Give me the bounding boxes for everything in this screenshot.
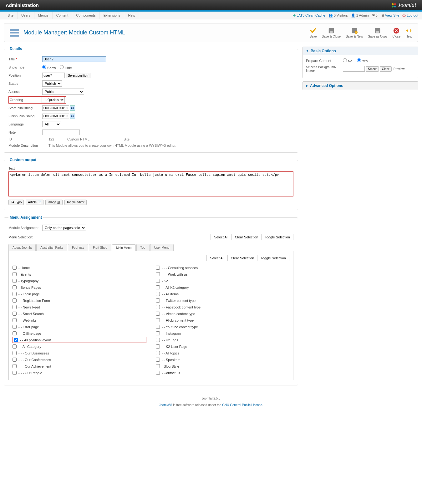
image-button[interactable]: Image 🖼 [45, 200, 63, 205]
menu-item-checkbox[interactable] [13, 279, 17, 283]
menu-item-checkbox[interactable] [14, 338, 18, 342]
menu-item-checkbox[interactable] [156, 305, 160, 309]
menu-item-checkbox[interactable] [156, 272, 160, 276]
tab-clear-selection-button[interactable]: Clear Selection [227, 255, 258, 261]
tab-select-all-button[interactable]: Select All [206, 255, 227, 261]
menu-item-checkbox[interactable] [156, 298, 160, 303]
menu-item-checkbox[interactable] [13, 285, 17, 289]
menu-item-checkbox[interactable] [156, 279, 160, 283]
tab-user-menu[interactable]: User Menu [150, 244, 174, 251]
menu-item-checkbox[interactable] [13, 298, 17, 303]
menu-item-checkbox[interactable] [13, 344, 17, 349]
advanced-options-header[interactable]: ▶Advanced Options [303, 82, 418, 90]
note-input[interactable] [42, 130, 80, 135]
menu-assignment-fieldset: Menu Assignment Module AssignmentOnly on… [4, 215, 298, 385]
ordering-select[interactable]: 1. Quick contact [42, 97, 65, 103]
tab-foot-nav[interactable]: Foot nav [68, 244, 88, 251]
menu-item-checkbox[interactable] [156, 292, 160, 296]
finish-publishing-input[interactable] [42, 114, 69, 119]
bg-select-button[interactable]: Select [366, 66, 379, 72]
menu-item-checkbox[interactable] [156, 371, 160, 375]
calendar-icon[interactable]: 23 [70, 114, 75, 119]
access-select[interactable]: Public [42, 89, 84, 95]
tab-toggle-selection-button[interactable]: Toggle Selection [257, 255, 289, 261]
language-select[interactable]: All [42, 121, 61, 127]
menu-item-checkbox[interactable] [156, 358, 160, 362]
clean-cache-link[interactable]: JAT3 Clean Cache [297, 13, 325, 17]
prepare-yes-radio[interactable]: Yes [357, 58, 368, 63]
menu-components[interactable]: Components [72, 12, 99, 19]
menu-item-checkbox[interactable] [13, 325, 17, 329]
bg-image-input[interactable] [343, 66, 365, 72]
menu-help[interactable]: Help [124, 12, 139, 19]
close-button[interactable]: Close [392, 27, 400, 38]
menu-item-checkbox[interactable] [156, 266, 160, 270]
toggle-editor-button[interactable]: Toggle editor [64, 200, 87, 205]
menu-item-checkbox[interactable] [13, 266, 17, 270]
select-position-button[interactable]: Select position [66, 73, 90, 78]
bg-clear-button[interactable]: Clear [380, 66, 392, 72]
save-copy-button[interactable]: Save as Copy [368, 27, 387, 38]
start-publishing-input[interactable] [42, 105, 69, 111]
menu-item: - - All items [156, 291, 290, 297]
clear-selection-button[interactable]: Clear Selection [231, 234, 262, 240]
menu-item-checkbox[interactable] [13, 351, 17, 355]
show-radio[interactable]: Show [42, 65, 56, 70]
calendar-icon[interactable]: 23 [70, 105, 75, 111]
menu-extensions[interactable]: Extensions [100, 12, 125, 19]
tab-fruit-shop[interactable]: Fruit Shop [89, 244, 111, 251]
menu-content[interactable]: Content [53, 12, 73, 19]
logout-link[interactable]: Log out [407, 13, 418, 17]
tab-about-joomla[interactable]: About Joomla [8, 244, 36, 251]
tab-main-menu[interactable]: Main Menu [112, 244, 135, 251]
menu-item-checkbox[interactable] [13, 331, 17, 335]
menu-users[interactable]: Users [18, 12, 34, 19]
menu-item-checkbox[interactable] [13, 358, 17, 362]
article-button[interactable]: Article 📄 [26, 200, 43, 205]
select-all-button[interactable]: Select All [211, 234, 231, 240]
menu-item-checkbox[interactable] [13, 312, 17, 316]
menu-item-checkbox[interactable] [13, 318, 17, 322]
toggle-selection-button[interactable]: Toggle Selection [261, 234, 293, 240]
menu-item-checkbox[interactable] [13, 272, 17, 276]
view-site-link[interactable]: View Site [385, 13, 399, 17]
module-assignment-select[interactable]: Only on the pages selected [42, 225, 86, 231]
menu-item-checkbox[interactable] [13, 364, 17, 368]
tab-australian-parks[interactable]: Australian Parks [36, 244, 67, 251]
custom-html-textarea[interactable] [8, 171, 293, 196]
status-select[interactable]: Published [42, 80, 62, 87]
menu-item-checkbox[interactable] [156, 338, 160, 342]
menu-item-checkbox[interactable] [156, 312, 160, 316]
menu-item-checkbox[interactable] [156, 331, 160, 335]
menu-item-checkbox[interactable] [13, 371, 17, 375]
menu-item-checkbox[interactable] [156, 325, 160, 329]
menu-item-checkbox[interactable] [156, 344, 160, 349]
menu-item-checkbox[interactable] [156, 318, 160, 322]
menu-item-checkbox[interactable] [156, 351, 160, 355]
bg-preview-link[interactable]: Preview [394, 67, 405, 71]
title-bar: Module Manager: Module Custom HTML Save … [4, 23, 418, 42]
menu-item-checkbox[interactable] [13, 292, 17, 296]
basic-options-header[interactable]: ▼Basic Options [303, 47, 418, 55]
license-link[interactable]: GNU General Public License. [222, 403, 263, 407]
title-input[interactable] [42, 56, 106, 62]
prepare-no-radio[interactable]: No [343, 58, 352, 63]
hide-radio[interactable]: Hide [60, 65, 72, 70]
menu-item-checkbox[interactable] [156, 364, 160, 368]
joomla-link[interactable]: Joomla!® [159, 403, 172, 407]
ja-typo-button[interactable]: JA Typo [8, 200, 24, 205]
menu-site[interactable]: Site [4, 12, 18, 19]
save-new-button[interactable]: + Save & New [346, 27, 363, 38]
save-close-button[interactable]: Save & Close [322, 27, 341, 38]
save-button[interactable]: Save [310, 27, 317, 38]
position-input[interactable] [42, 73, 65, 78]
menu-item: - - Facebook content type [156, 304, 290, 310]
help-button[interactable]: Help [405, 27, 412, 38]
menu-item: - Blog Style [156, 363, 290, 369]
menu-item-checkbox[interactable] [13, 305, 17, 309]
svg-point-0 [392, 3, 394, 5]
advanced-options-panel: ▶Advanced Options [303, 81, 418, 90]
menu-item-checkbox[interactable] [156, 285, 160, 289]
tab-top[interactable]: Top [136, 244, 150, 251]
menu-menus[interactable]: Menus [34, 12, 53, 19]
